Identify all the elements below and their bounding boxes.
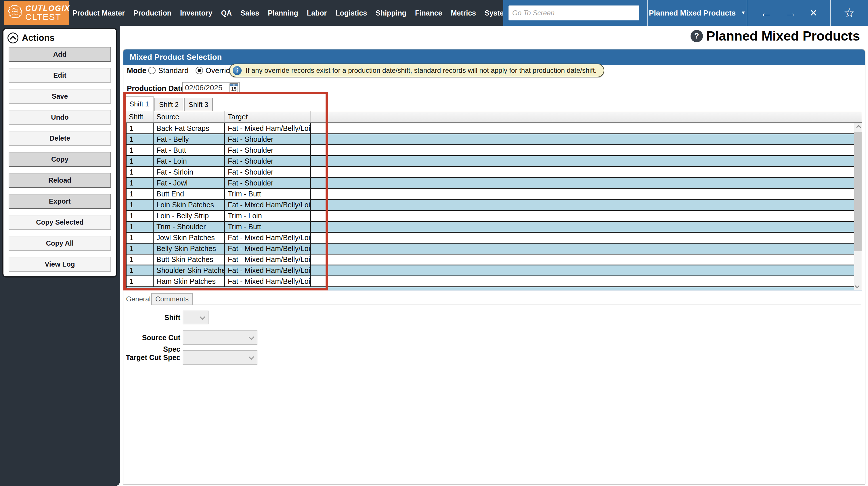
action-button[interactable]: Save	[9, 89, 111, 104]
main-menu: Product Master Production Inventory QA S…	[72, 0, 510, 26]
action-button[interactable]: Edit	[9, 68, 111, 83]
sidebar-column: Actions Add Edit Save Undo Delete Copy R…	[0, 26, 120, 486]
top-navbar: CUTLOGIX CLTEST Product Master Productio…	[0, 0, 868, 26]
action-button[interactable]: Copy All	[9, 236, 111, 251]
vertical-scrollbar[interactable]	[854, 123, 862, 290]
close-icon[interactable]: ✕	[810, 8, 817, 18]
actions-panel-header: Actions	[3, 29, 116, 46]
go-to-screen-input[interactable]	[508, 5, 639, 21]
grid-body: 1 Back Fat Scraps Fat - Mixed Ham/Belly/…	[125, 123, 862, 287]
screen-selector-dropdown[interactable]: Planned Mixed Products ▼	[648, 9, 747, 18]
menu-item[interactable]: Shipping	[376, 9, 406, 17]
table-row[interactable]: 1 Loin Skin Patches Fat - Mixed Ham/Bell…	[126, 200, 862, 211]
table-row[interactable]: 1 Loin - Belly Strip Trim - Loin	[126, 211, 862, 222]
table-row[interactable]: 1 Ham Skin Patches Fat - Mixed Ham/Belly…	[126, 276, 862, 287]
action-button[interactable]: Add	[9, 47, 111, 62]
tab-strip-divider	[193, 305, 861, 305]
production-date-label: Production Date	[127, 84, 185, 93]
scrollbar-thumb[interactable]	[854, 132, 862, 251]
navbar-right-section: Planned Mixed Products ▼ ← → ✕ ☆	[503, 0, 868, 26]
mode-label: Mode	[127, 66, 146, 75]
chevron-down-icon	[855, 283, 860, 288]
table-row[interactable]: 1 Shoulder Skin Patches Fat - Mixed Ham/…	[126, 266, 862, 276]
menu-item[interactable]: Metrics	[451, 9, 476, 17]
menu-item[interactable]: QA	[221, 9, 232, 17]
chevron-up-icon	[10, 36, 17, 42]
menu-item[interactable]: Logistics	[335, 9, 367, 17]
column-header-source[interactable]: Source	[154, 111, 225, 122]
action-button[interactable]: Copy	[9, 152, 111, 167]
menu-item[interactable]: Product Master	[72, 9, 125, 17]
action-button[interactable]: Reload	[9, 173, 111, 188]
table-row[interactable]: 1 Fat - Sirloin Fat - Shoulder	[126, 167, 862, 178]
menu-item[interactable]: Planning	[268, 9, 298, 17]
actions-button-list: Add Edit Save Undo Delete Copy Reload Ex…	[3, 46, 116, 272]
table-row[interactable]: 1 Fat - Belly Fat - Shoulder	[126, 134, 862, 145]
mixed-product-grid: Shift Source Target 1 Back Fat Scraps Fa…	[124, 111, 862, 291]
panel-header-title: Mixed Product Selection	[123, 53, 222, 62]
app-window: CUTLOGIX CLTEST Product Master Productio…	[0, 0, 868, 486]
production-date-control: 15	[182, 82, 240, 93]
info-icon: i	[233, 66, 242, 75]
table-row[interactable]: 1 Trim - Shoulder Trim - Butt	[126, 222, 862, 233]
shift-tab-strip: Shift 1 Shift 2 Shift 3	[125, 96, 214, 111]
menu-item[interactable]: Inventory	[180, 9, 213, 17]
column-header-target[interactable]: Target	[225, 111, 311, 122]
shift-dropdown[interactable]	[183, 311, 209, 324]
page-title: Planned Mixed Products	[706, 28, 860, 44]
table-row[interactable]: 1 Fat - Butt Fat - Shoulder	[126, 145, 862, 156]
radio-icon	[148, 67, 156, 74]
help-icon[interactable]: ?	[690, 30, 703, 42]
source-cut-spec-dropdown[interactable]	[183, 330, 257, 345]
chevron-down-icon: ▼	[741, 10, 746, 16]
forward-arrow-icon: →	[785, 7, 797, 19]
override-info-box: i If any override records exist for a pr…	[229, 64, 604, 78]
back-arrow-icon[interactable]: ←	[760, 7, 772, 19]
table-row[interactable]: 1 Back Fat Scraps Fat - Mixed Ham/Belly/…	[126, 123, 862, 134]
target-cut-spec-dropdown[interactable]	[183, 350, 257, 365]
shift-tab[interactable]: Shift 3	[184, 98, 213, 111]
collapse-panel-button[interactable]	[7, 32, 19, 43]
grid-header-row: Shift Source Target	[125, 111, 862, 123]
table-row[interactable]: 1 Belly Skin Patches Fat - Mixed Ham/Bel…	[126, 244, 862, 254]
menu-item[interactable]: Labor	[307, 9, 327, 17]
scroll-up-button[interactable]	[854, 123, 862, 131]
production-date-input[interactable]	[183, 83, 229, 92]
grid-row-partial	[126, 287, 862, 291]
shift-tab[interactable]: Shift 2	[154, 98, 183, 111]
mode-radio-group: Standard Override	[148, 64, 234, 77]
tab-comments[interactable]: Comments	[151, 293, 193, 305]
actions-panel: Actions Add Edit Save Undo Delete Copy R…	[2, 28, 117, 277]
menu-item[interactable]: Production	[133, 9, 172, 17]
table-row[interactable]: 1 Fat - Loin Fat - Shoulder	[126, 156, 862, 167]
table-row[interactable]: 1 Jowl Skin Patches Fat - Mixed Ham/Bell…	[126, 233, 862, 244]
favorite-star-icon[interactable]: ☆	[843, 7, 855, 19]
calendar-icon: 15	[229, 83, 238, 92]
menu-item[interactable]: Finance	[415, 9, 442, 17]
shift-tab[interactable]: Shift 1	[125, 96, 154, 111]
action-button[interactable]: Delete	[9, 131, 111, 146]
chevron-down-icon	[248, 334, 254, 340]
column-header-shift[interactable]: Shift	[126, 111, 154, 122]
action-button[interactable]: View Log	[9, 257, 111, 272]
action-button[interactable]: Undo	[9, 110, 111, 125]
info-message: If any override records exist for a prod…	[246, 66, 597, 74]
mode-option-standard[interactable]: Standard	[148, 66, 189, 75]
calendar-picker-button[interactable]: 15	[229, 83, 239, 93]
panel-header-bar: Mixed Product Selection	[123, 50, 865, 65]
action-button[interactable]: Export	[9, 194, 111, 209]
mixed-product-selection-panel: Mixed Product Selection Mode Standard Ov…	[123, 49, 865, 485]
action-button[interactable]: Copy Selected	[9, 215, 111, 230]
app-logo[interactable]: CUTLOGIX CLTEST	[4, 1, 69, 25]
shift-field-label: Shift	[123, 312, 180, 323]
table-row[interactable]: 1 Fat - Jowl Fat - Shoulder	[126, 178, 862, 189]
tab-general[interactable]: General	[126, 293, 150, 305]
chevron-down-icon	[248, 354, 254, 360]
menu-item[interactable]: Sales	[241, 9, 259, 17]
table-row[interactable]: 1 Butt Skin Patches Fat - Mixed Ham/Bell…	[126, 254, 862, 266]
mode-option-override[interactable]: Override	[195, 66, 235, 75]
scroll-down-button[interactable]	[854, 282, 862, 290]
table-row[interactable]: 1 Butt End Trim - Butt	[126, 189, 862, 200]
chevron-down-icon	[199, 314, 205, 320]
chevron-up-icon	[856, 125, 861, 130]
